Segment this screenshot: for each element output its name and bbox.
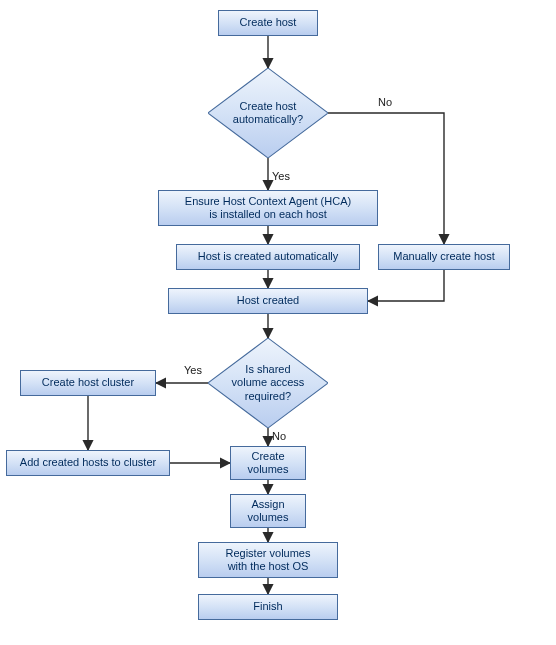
label-d2-yes: Yes	[184, 364, 202, 376]
label-d1-yes: Yes	[272, 170, 290, 182]
node-label: Host is created automatically	[198, 250, 339, 263]
node-host-created: Host created	[168, 288, 368, 314]
node-label: Assign volumes	[248, 498, 289, 524]
node-label: Create host cluster	[42, 376, 134, 389]
node-finish: Finish	[198, 594, 338, 620]
node-create-host: Create host	[218, 10, 318, 36]
node-create-volumes: Create volumes	[230, 446, 306, 480]
node-manually-create-host: Manually create host	[378, 244, 510, 270]
decision-shared-volume-access: Is shared volume access required?	[208, 338, 328, 428]
node-label: Finish	[253, 600, 282, 613]
node-create-host-cluster: Create host cluster	[20, 370, 156, 396]
node-label: Create host	[240, 16, 297, 29]
node-assign-volumes: Assign volumes	[230, 494, 306, 528]
node-ensure-hca: Ensure Host Context Agent (HCA) is insta…	[158, 190, 378, 226]
node-host-created-automatically: Host is created automatically	[176, 244, 360, 270]
decision-create-automatically: Create host automatically?	[208, 68, 328, 158]
node-label: Add created hosts to cluster	[20, 456, 156, 469]
node-register-volumes: Register volumes with the host OS	[198, 542, 338, 578]
node-label: Register volumes with the host OS	[226, 547, 311, 573]
node-label: Host created	[237, 294, 299, 307]
node-label: Create volumes	[248, 450, 289, 476]
node-label: Ensure Host Context Agent (HCA) is insta…	[185, 195, 351, 221]
node-label: Create host automatically?	[219, 100, 317, 126]
node-label: Is shared volume access required?	[218, 363, 319, 403]
node-label: Manually create host	[393, 250, 495, 263]
label-d2-no: No	[272, 430, 286, 442]
label-d1-no: No	[378, 96, 392, 108]
node-add-hosts-to-cluster: Add created hosts to cluster	[6, 450, 170, 476]
